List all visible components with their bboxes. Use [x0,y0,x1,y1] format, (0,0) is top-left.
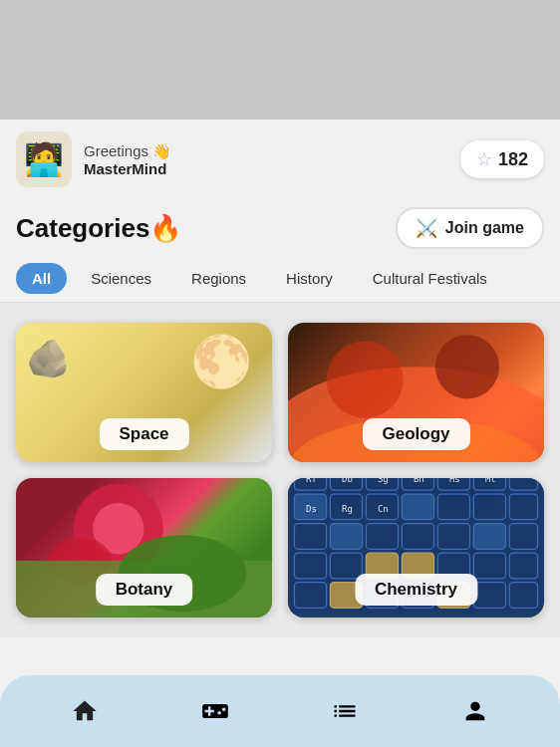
join-game-label: Join game [445,219,524,237]
chemistry-label: Chemistry [355,574,477,606]
greeting-text: Greetings 👋 [84,142,171,160]
nav-game[interactable] [191,687,239,735]
username-text: MasterMind [84,160,171,177]
svg-text:Sg: Sg [378,478,389,484]
svg-point-3 [435,335,499,398]
svg-text:Cn: Cn [378,504,389,514]
filter-tabs: All Sciences Regions History Cultural Fe… [0,259,560,303]
profile-icon [461,697,489,725]
planet-icon: 🌕 [190,333,252,390]
svg-text:Db: Db [342,478,353,484]
filter-tab-sciences[interactable]: Sciences [75,263,167,294]
nav-list[interactable] [321,687,369,735]
categories-grid: 🪨 🌕 Space Geology [0,303,560,637]
svg-text:Ds: Ds [306,504,317,514]
svg-text:Rf: Rf [306,478,317,484]
score-badge: ☆ 182 [460,140,544,178]
list-icon [331,697,359,725]
svg-text:Rg: Rg [342,504,353,514]
filter-tab-all[interactable]: All [16,263,67,294]
join-game-icon: ⚔️ [416,217,437,239]
asteroid-icon: 🪨 [26,338,71,379]
greeting-block: Greetings 👋 MasterMind [84,142,171,177]
geology-label: Geology [362,418,469,450]
game-icon [201,697,229,725]
main-card: 🧑‍💻 Greetings 👋 MasterMind ☆ 182 Categor… [0,120,560,747]
join-game-button[interactable]: ⚔️ Join game [396,207,544,249]
svg-point-2 [327,342,404,418]
filter-tab-cultural-festivals[interactable]: Cultural Festivals [357,263,503,294]
score-number: 182 [498,149,528,170]
svg-rect-20 [402,494,433,520]
avatar: 🧑‍💻 [16,131,72,187]
top-gray-area [0,0,560,120]
category-card-chemistry[interactable]: Rf Db Sg Bh Hs Mt Ds Rg Cn Chemistry [288,478,544,618]
category-card-geology[interactable]: Geology [288,323,544,462]
svg-text:Hs: Hs [449,478,460,484]
svg-rect-29 [473,524,505,550]
user-info: 🧑‍💻 Greetings 👋 MasterMind [16,131,171,187]
star-icon: ☆ [476,148,492,170]
bottom-nav [0,675,560,747]
category-card-botany[interactable]: Botany [16,478,272,618]
svg-rect-25 [330,524,362,550]
nav-home[interactable] [61,687,109,735]
svg-text:Mt: Mt [485,478,496,484]
nav-profile[interactable] [451,687,499,735]
home-icon [71,697,99,725]
section-title: Categories🔥 [16,213,181,244]
filter-tab-history[interactable]: History [270,263,349,294]
category-card-space[interactable]: 🪨 🌕 Space [16,323,272,462]
space-label: Space [99,418,188,450]
botany-label: Botany [96,574,193,606]
header-row: 🧑‍💻 Greetings 👋 MasterMind ☆ 182 [0,120,560,199]
filter-tab-regions[interactable]: Regions [175,263,262,294]
section-title-row: Categories🔥 ⚔️ Join game [0,199,560,259]
svg-text:Bh: Bh [414,478,424,484]
